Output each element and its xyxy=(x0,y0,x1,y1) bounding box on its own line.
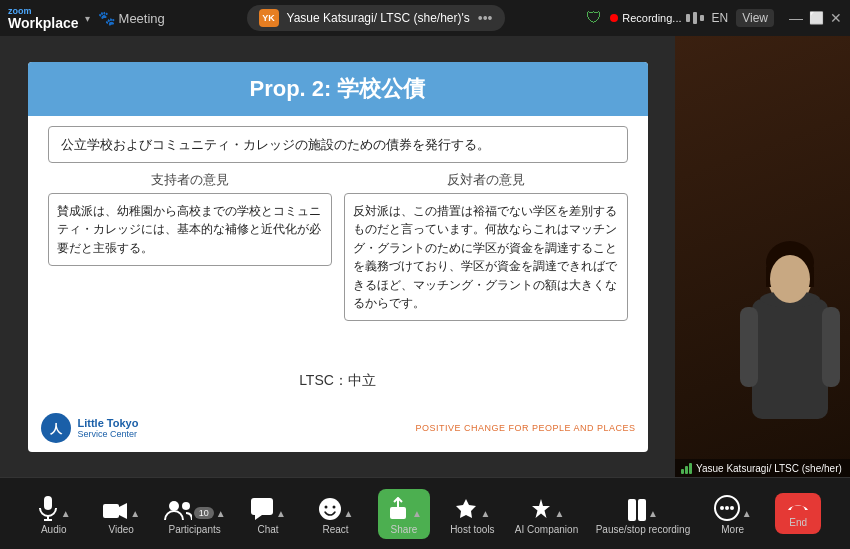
ai-tool[interactable]: ▲ AI Companion xyxy=(515,493,578,535)
ltsc-logo-text: Little Tokyo Service Center xyxy=(78,417,139,439)
video-caret[interactable]: ▲ xyxy=(130,508,140,519)
react-icon xyxy=(318,497,342,521)
toolbar: ▲ Audio ▲ Video 10 ▲ Participants xyxy=(0,477,850,549)
con-text: 反対派は、この措置は裕福でない学区を差別するものだと言っています。何故ならこれは… xyxy=(353,202,619,312)
chat-icon xyxy=(250,497,274,521)
chat-caret[interactable]: ▲ xyxy=(276,508,286,519)
svg-point-16 xyxy=(182,502,190,510)
chat-icon-area: ▲ xyxy=(250,493,286,521)
center-bar: YK Yasue Katsuragi/ LTSC (she/her)'s ••• xyxy=(173,5,578,31)
pause-bar-1 xyxy=(628,499,636,521)
bar1 xyxy=(686,14,690,22)
chat-label: Chat xyxy=(258,524,279,535)
audio-tool[interactable]: ▲ Audio xyxy=(29,493,79,535)
react-label: React xyxy=(322,524,348,535)
maximize-button[interactable]: ⬜ xyxy=(810,12,822,24)
host-tools-label: Host tools xyxy=(450,524,494,535)
pro-header: 支持者の意見 xyxy=(48,171,332,189)
svg-point-25 xyxy=(720,506,724,510)
svg-point-20 xyxy=(324,505,327,508)
participant-pill[interactable]: YK Yasue Katsuragi/ LTSC (she/her)'s ••• xyxy=(247,5,505,31)
audio-icon-area: ▲ xyxy=(37,493,71,521)
host-tools-tool[interactable]: ▲ Host tools xyxy=(447,493,497,535)
share-caret[interactable]: ▲ xyxy=(412,508,422,519)
workplace-label: Workplace xyxy=(8,16,79,30)
video-cam-icon xyxy=(102,501,128,521)
pro-box: 賛成派は、幼稚園から高校までの学校とコミュニティ・カレッジには、基本的な補修と近… xyxy=(48,193,332,266)
slide-two-col: 支持者の意見 賛成派は、幼稚園から高校までの学校とコミュニティ・カレッジには、基… xyxy=(48,171,628,358)
recording-bars xyxy=(686,12,704,24)
svg-text:人: 人 xyxy=(49,422,63,436)
signal-bars xyxy=(681,462,692,474)
svg-rect-13 xyxy=(103,504,119,518)
more-tool[interactable]: ▲ More xyxy=(708,493,758,535)
svg-point-21 xyxy=(332,505,335,508)
pro-text: 賛成派は、幼稚園から高校までの学校とコミュニティ・カレッジには、基本的な補修と近… xyxy=(57,202,323,257)
minimize-button[interactable]: — xyxy=(790,12,802,24)
svg-point-27 xyxy=(730,506,734,510)
video-box: Yasue Katsuragi/ LTSC (she/her) xyxy=(675,36,850,477)
ai-icon xyxy=(529,497,553,521)
participants-label: Participants xyxy=(169,524,221,535)
participants-tool[interactable]: 10 ▲ Participants xyxy=(164,493,226,535)
svg-point-19 xyxy=(319,498,341,520)
svg-point-7 xyxy=(770,255,810,303)
video-panel: Yasue Katsuragi/ LTSC (she/her) xyxy=(675,36,850,477)
participants-count: 10 xyxy=(194,507,214,519)
react-tool[interactable]: ▲ React xyxy=(311,493,361,535)
svg-rect-10 xyxy=(44,496,52,510)
ltsc-name: Little Tokyo xyxy=(78,417,139,429)
video-icon-area: ▲ xyxy=(102,493,140,521)
share-tool[interactable]: ▲ Share xyxy=(378,489,430,539)
pause-icon-area: ▲ xyxy=(628,493,658,521)
ltsc-sub: Service Center xyxy=(78,429,139,439)
recording-badge: Recording... xyxy=(610,12,703,24)
host-tools-icon xyxy=(454,497,478,521)
participants-icon-area: 10 ▲ xyxy=(164,493,226,521)
more-caret[interactable]: ▲ xyxy=(742,508,752,519)
video-person-name: Yasue Katsuragi/ LTSC (she/her) xyxy=(696,463,842,474)
pause-btn-group xyxy=(628,499,646,521)
meeting-icon: 🐾 xyxy=(98,10,115,26)
participants-icon xyxy=(164,499,192,521)
avatar-yk: YK xyxy=(259,9,279,27)
audio-label: Audio xyxy=(41,524,67,535)
workplace-dropdown-arrow[interactable]: ▾ xyxy=(85,13,90,24)
close-button[interactable]: ✕ xyxy=(830,12,842,24)
pause-recording-tool[interactable]: ▲ Pause/stop recording xyxy=(596,493,691,535)
video-name-bar: Yasue Katsuragi/ LTSC (she/her) xyxy=(675,459,850,477)
svg-rect-17 xyxy=(251,498,273,515)
share-icon xyxy=(386,497,410,521)
participant-more-icon[interactable]: ••• xyxy=(478,10,493,26)
react-caret[interactable]: ▲ xyxy=(344,508,354,519)
meeting-section: 🐾 Meeting xyxy=(98,10,165,26)
audio-caret[interactable]: ▲ xyxy=(61,508,71,519)
view-button[interactable]: View xyxy=(736,9,774,27)
participants-caret[interactable]: ▲ xyxy=(216,508,226,519)
main-area: Prop. 2: 学校公債 公立学校およびコミュニティ・カレッジの施設のための債… xyxy=(0,36,850,477)
ai-caret[interactable]: ▲ xyxy=(555,508,565,519)
participant-name: Yasue Katsuragi/ LTSC (she/her)'s xyxy=(287,11,470,25)
slide-header: Prop. 2: 学校公債 xyxy=(28,62,648,116)
end-button[interactable]: End xyxy=(775,493,821,534)
pause-bar-2 xyxy=(638,499,646,521)
lang-badge[interactable]: EN xyxy=(712,11,729,25)
topbar: zoom Workplace ▾ 🐾 Meeting YK Yasue Kats… xyxy=(0,0,850,36)
host-tools-icon-area: ▲ xyxy=(454,493,490,521)
video-tool[interactable]: ▲ Video xyxy=(96,493,146,535)
svg-rect-9 xyxy=(822,307,840,387)
pause-caret[interactable]: ▲ xyxy=(648,508,658,519)
host-tools-caret[interactable]: ▲ xyxy=(480,508,490,519)
slide-intro-text: 公立学校およびコミュニティ・カレッジの施設のための債券を発行する。 xyxy=(61,137,490,152)
svg-marker-14 xyxy=(119,503,127,519)
video-label: Video xyxy=(109,524,134,535)
video-face xyxy=(675,36,850,477)
slide-neutral: LTSC：中立 xyxy=(48,366,628,396)
chat-tool[interactable]: ▲ Chat xyxy=(243,493,293,535)
svg-rect-8 xyxy=(740,307,758,387)
more-icon xyxy=(714,495,740,521)
ai-label: AI Companion xyxy=(515,524,578,535)
shield-icon: 🛡 xyxy=(586,9,602,27)
meeting-label: Meeting xyxy=(119,11,165,26)
right-bar: 🛡 Recording... EN View — ⬜ ✕ xyxy=(586,9,842,27)
